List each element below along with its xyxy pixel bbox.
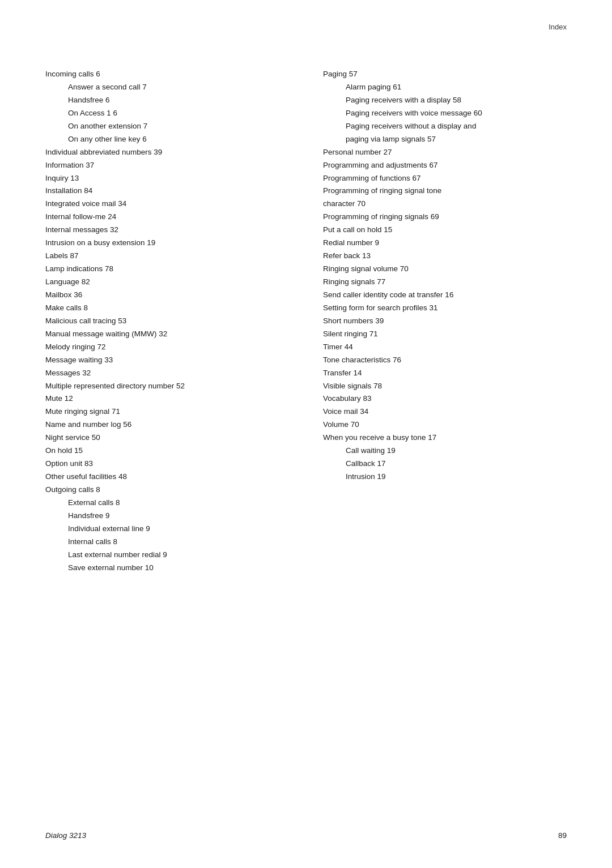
list-item: Messages 32 [45, 367, 289, 380]
list-item: Volume 70 [323, 418, 567, 431]
list-item: Put a call on hold 15 [323, 224, 567, 237]
list-item: Transfer 14 [323, 367, 567, 380]
list-item: Name and number log 56 [45, 418, 289, 431]
list-item: Incoming calls 6 [45, 68, 289, 81]
list-item: Night service 50 [45, 431, 289, 444]
list-item: Short numbers 39 [323, 315, 567, 328]
list-item: Manual message waiting (MMW) 32 [45, 328, 289, 341]
list-item: Paging receivers with voice message 60 [346, 107, 567, 120]
list-item: Individual external line 9 [68, 523, 289, 536]
list-item: Individual abbreviated numbers 39 [45, 146, 289, 159]
list-item: Send caller identity code at transfer 16 [323, 289, 567, 302]
list-item: Paging 57 [323, 68, 567, 81]
list-item: Intrusion 19 [346, 471, 567, 484]
list-item: Vocabulary 83 [323, 392, 567, 405]
list-item: Setting form for search profiles 31 [323, 302, 567, 315]
list-item: Internal calls 8 [68, 536, 289, 549]
list-item: Save external number 10 [68, 562, 289, 575]
list-item: When you receive a busy tone 17 [323, 431, 567, 444]
list-item: Timer 44 [323, 341, 567, 354]
list-item: Answer a second call 7 [68, 81, 289, 94]
list-item: Multiple represented directory number 52 [45, 380, 289, 393]
list-item: Malicious call tracing 53 [45, 315, 289, 328]
list-item: Inquiry 13 [45, 172, 289, 185]
page: Index Incoming calls 6Answer a second ca… [0, 0, 612, 868]
list-item: Programming and adjustments 67 [323, 159, 567, 172]
list-item: Ringing signals 77 [323, 276, 567, 289]
list-item: Language 82 [45, 276, 289, 289]
left-column: Incoming calls 6Answer a second call 7Ha… [45, 68, 312, 575]
list-item: Callback 17 [346, 457, 567, 471]
list-item: Silent ringing 71 [323, 328, 567, 341]
list-item: Personal number 27 [323, 146, 567, 159]
list-item: Handsfree 9 [68, 510, 289, 523]
list-item: On another extension 7 [68, 120, 289, 133]
list-item: External calls 8 [68, 497, 289, 510]
content-area: Incoming calls 6Answer a second call 7Ha… [45, 68, 567, 575]
list-item: Internal follow-me 24 [45, 211, 289, 224]
right-column: Paging 57Alarm paging 61Paging receivers… [312, 68, 567, 575]
list-item: Integrated voice mail 34 [45, 198, 289, 211]
list-item: Programming of ringing signals 69 [323, 211, 567, 224]
list-item: paging via lamp signals 57 [346, 133, 567, 146]
list-item: On hold 15 [45, 444, 289, 457]
list-item: Voice mail 34 [323, 405, 567, 418]
list-item: Message waiting 33 [45, 354, 289, 367]
list-item: On Access 1 6 [68, 107, 289, 120]
footer-page-number: 89 [558, 831, 567, 840]
list-item: Lamp indications 78 [45, 263, 289, 276]
list-item: Internal messages 32 [45, 224, 289, 237]
list-item: Ringing signal volume 70 [323, 263, 567, 276]
list-item: Information 37 [45, 159, 289, 172]
list-item: Option unit 83 [45, 457, 289, 471]
list-item: Labels 87 [45, 250, 289, 263]
list-item: Programming of ringing signal tone [323, 185, 567, 198]
list-item: Visible signals 78 [323, 380, 567, 393]
footer: Dialog 3213 89 [45, 831, 567, 840]
footer-title: Dialog 3213 [45, 831, 86, 840]
list-item: Mute 12 [45, 392, 289, 405]
list-item: Alarm paging 61 [346, 81, 567, 94]
list-item: Outgoing calls 8 [45, 484, 289, 497]
list-item: Tone characteristics 76 [323, 354, 567, 367]
list-item: Last external number redial 9 [68, 549, 289, 562]
list-item: Call waiting 19 [346, 444, 567, 457]
list-item: Mailbox 36 [45, 289, 289, 302]
list-item: Installation 84 [45, 185, 289, 198]
list-item: Other useful facilities 48 [45, 471, 289, 484]
list-item: On any other line key 6 [68, 133, 289, 146]
list-item: Mute ringing signal 71 [45, 405, 289, 418]
list-item: Make calls 8 [45, 302, 289, 315]
list-item: Refer back 13 [323, 250, 567, 263]
list-item: Redial number 9 [323, 237, 567, 250]
list-item: Melody ringing 72 [45, 341, 289, 354]
list-item: Programming of functions 67 [323, 172, 567, 185]
list-item: Intrusion on a busy extension 19 [45, 237, 289, 250]
list-item: Paging receivers with a display 58 [346, 94, 567, 107]
list-item: Handsfree 6 [68, 94, 289, 107]
page-header-index: Index [549, 23, 567, 31]
list-item: Paging receivers without a display and [346, 120, 567, 133]
list-item: character 70 [323, 198, 567, 211]
